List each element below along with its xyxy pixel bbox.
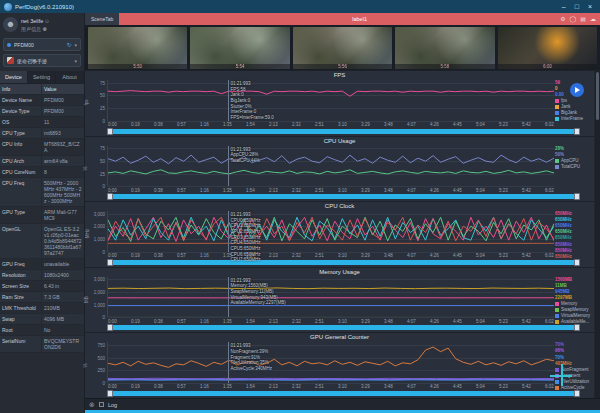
scrollbar-handle-left[interactable]	[107, 128, 113, 135]
chevron-down-icon[interactable]: ▾	[74, 58, 77, 64]
window-title: PerfDog(v6.0.210910)	[15, 4, 562, 10]
tab-about[interactable]: About	[56, 71, 84, 83]
table-row: GPU TypeARM Mali-G77 MC9	[0, 207, 84, 224]
y-axis: 01,0002,0003,000	[92, 211, 107, 252]
record-icon[interactable]: ⊗	[89, 401, 95, 409]
x-tick: 0:00	[108, 122, 117, 127]
x-tick: 4:45	[453, 188, 462, 193]
table-row: SerialNumBVQCMEYSTRON2D6	[0, 336, 84, 353]
vertical-scrollbar[interactable]	[595, 70, 600, 398]
legend-swatch	[555, 308, 559, 312]
x-tick: 4:07	[407, 122, 416, 127]
x-axis: 0:000:190:380:571:161:351:542:132:322:51…	[85, 383, 594, 391]
info-cell: Device Name	[0, 95, 42, 105]
legend-item[interactable]: AvailableMe...	[555, 319, 592, 325]
avatar[interactable]: ☻	[3, 17, 18, 32]
x-tick: 5:42	[522, 188, 531, 193]
y-axis-label-text: %	[83, 166, 88, 170]
maximize-button[interactable]: □	[575, 3, 579, 10]
chart-title: GPU General Counter	[85, 333, 594, 342]
value-cell: mt6893	[42, 128, 84, 138]
vertical-scrollbar-thumb[interactable]	[596, 72, 599, 120]
tooltip-line: AvailableMemory:2297(MB)	[230, 300, 285, 306]
x-tick: 5:23	[499, 319, 508, 324]
legend-item[interactable]: InterFrame	[555, 116, 592, 122]
scrollbar-handle-right[interactable]	[574, 324, 580, 331]
y-tick: 750	[97, 342, 105, 347]
app-icon	[4, 3, 12, 11]
device-select[interactable]: PFDM00 ↻ ▾	[3, 38, 81, 51]
logout-icon[interactable]: ⊙	[45, 18, 49, 24]
scrollbar-handle-left[interactable]	[107, 390, 113, 397]
legend-item[interactable]: TotalCPU	[555, 164, 592, 170]
x-tick: 0:19	[131, 384, 140, 389]
folder-icon[interactable]: ▤	[580, 16, 586, 22]
table-row: OpenGLOpenGL ES-3.2 v1.r26p0-01eac0.b4d5…	[0, 224, 84, 259]
video-thumbnail[interactable]: 5:56	[293, 27, 392, 69]
y-axis-label: %	[85, 342, 92, 383]
video-thumbnail[interactable]: 5:50	[88, 27, 187, 69]
plot-row: MHz01,0002,0003,00001:21:993CPU0:850MHzC…	[85, 211, 594, 252]
label-bar[interactable]: label1 ⚙◯▤☁	[119, 13, 600, 25]
timeline-scrollbar[interactable]	[107, 325, 580, 330]
game-select[interactable]: 使命召唤手游 ▾	[3, 54, 81, 67]
scrollbar-handle-left[interactable]	[107, 324, 113, 331]
y-axis: 0255075	[92, 80, 107, 121]
info-cell: CPU Type	[0, 128, 42, 138]
video-thumbnail[interactable]: 5:58	[395, 27, 494, 69]
y-tick: 75	[100, 146, 105, 151]
info-cell: Resolution	[0, 270, 42, 280]
label-bar-icons: ⚙◯▤☁	[560, 16, 600, 22]
timeline-scrollbar[interactable]	[107, 194, 580, 199]
log-checkbox[interactable]	[99, 402, 104, 407]
close-button[interactable]: ×	[588, 3, 592, 10]
add-user-icon[interactable]: ⚉	[42, 26, 46, 32]
thumbnail-timestamp: 5:50	[88, 64, 187, 69]
legend-swatch	[555, 165, 559, 169]
chevron-down-icon[interactable]: ▾	[74, 42, 77, 48]
x-tick: 4:07	[407, 253, 416, 258]
table-row: CPU InfoMT6893Z_B/CZA	[0, 139, 84, 156]
timeline-scrollbar[interactable]	[107, 391, 580, 396]
chart-svg	[108, 146, 554, 187]
y-tick: 0	[102, 184, 105, 189]
x-tick: 2:32	[292, 188, 301, 193]
legend-swatch	[555, 117, 559, 121]
x-tick: 1:35	[223, 319, 232, 324]
tab-device[interactable]: Device	[0, 71, 28, 83]
play-button[interactable]	[570, 83, 584, 97]
cloud-icon[interactable]: ☁	[590, 16, 596, 22]
scene-tab[interactable]: SceneTab	[85, 13, 119, 25]
timeline-scrollbar[interactable]	[107, 129, 580, 134]
gridline	[108, 252, 554, 253]
tooltip-line: FPS=InterFrame:59.0	[230, 115, 273, 121]
x-tick: 0:57	[177, 253, 186, 258]
video-thumbnail[interactable]: 5:54	[190, 27, 289, 69]
tooltip: 01:21:993CPU0:850MHzCPU1:850MHzCPU2:850M…	[230, 212, 260, 263]
circle-icon[interactable]: ◯	[570, 16, 577, 22]
x-tick: 2:51	[315, 384, 324, 389]
scrollbar-handle-right[interactable]	[574, 128, 580, 135]
scrollbar-handle-right[interactable]	[574, 193, 580, 200]
x-tick: 0:00	[108, 188, 117, 193]
x-tick: 0:00	[108, 319, 117, 324]
gridline	[108, 186, 554, 187]
legend-label: TotalCPU	[561, 164, 580, 170]
x-tick: 1:16	[200, 188, 209, 193]
timeline-scrollbar[interactable]	[107, 260, 580, 265]
scrollbar-handle-right[interactable]	[574, 259, 580, 266]
tab-setting[interactable]: Setting	[28, 71, 56, 83]
scrollbar-handle-left[interactable]	[107, 259, 113, 266]
y-axis-label-text: MB	[84, 296, 89, 303]
scrollbar-handle-right[interactable]	[574, 390, 580, 397]
x-tick: 6:02	[545, 319, 554, 324]
scrollbar-handle-left[interactable]	[107, 193, 113, 200]
x-tick: 4:07	[407, 319, 416, 324]
video-thumbnail[interactable]: 6:00	[498, 27, 597, 69]
gear-icon[interactable]: ⚙	[560, 16, 565, 22]
refresh-icon[interactable]: ↻	[66, 41, 71, 48]
user-row: ☻ net 3elife ⊙ 用户信息 ⚉	[0, 13, 84, 35]
plot-row: %025507501:21:993AppCPU:28%TotalCPU:44%	[85, 146, 594, 187]
y-tick: 25	[100, 105, 105, 110]
minimize-button[interactable]: –	[562, 3, 566, 10]
